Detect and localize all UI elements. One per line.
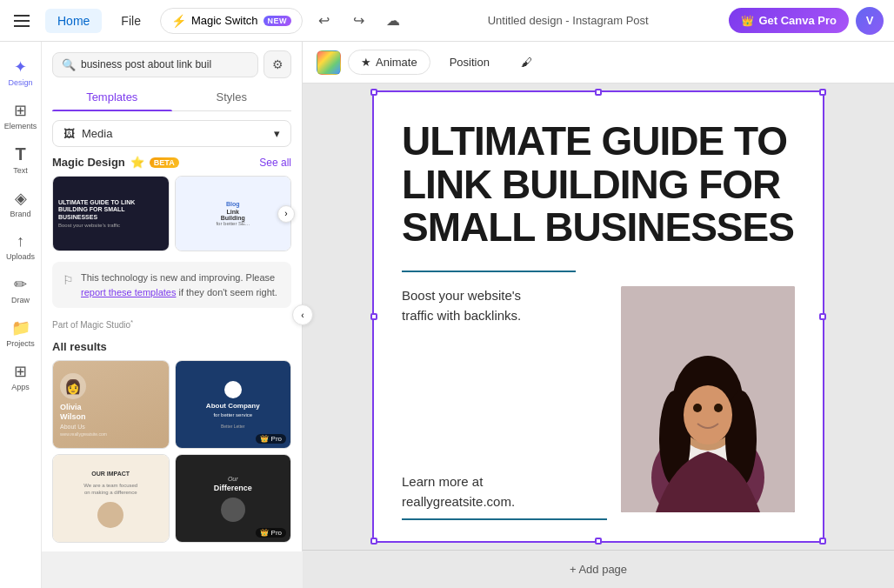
collapse-panel-button[interactable]: ‹ — [292, 304, 313, 325]
magic-card-2[interactable]: Blog LinkBuilding for better SE... — [175, 176, 292, 251]
magic-switch-label: Magic Switch — [191, 14, 258, 27]
position-label: Position — [450, 56, 490, 69]
notice-text-after: if they don't seem right. — [176, 287, 277, 297]
panel-tabs: Templates Styles — [52, 84, 291, 111]
paint-icon: 🖌 — [521, 56, 532, 69]
sidebar-item-draw[interactable]: ✏ Draw — [3, 270, 38, 310]
panel-body: 🖼 Media ▾ Magic Design ⭐ BETA See all — [42, 111, 302, 551]
all-results-title: All results — [52, 340, 291, 353]
template-4-text: Our Difference — [214, 476, 252, 522]
sidebar-item-apps[interactable]: ⊞ Apps — [3, 357, 38, 397]
magic-switch-button[interactable]: ⚡ Magic Switch NEW — [160, 8, 303, 34]
selection-handle-bottom-left[interactable] — [370, 538, 377, 545]
sidebar-item-text[interactable]: T Text — [3, 139, 38, 180]
template-4-our: Our — [214, 476, 252, 482]
crown-icon: 👑 — [741, 15, 754, 27]
sidebar-item-elements[interactable]: ⊞ Elements — [3, 96, 38, 136]
magic-design-title: Magic Design ⭐ BETA — [52, 156, 179, 169]
redo-button[interactable]: ↪ — [344, 7, 372, 35]
svg-point-9 — [693, 404, 702, 412]
canvas-toolbar: ★ Animate Position 🖌 — [303, 42, 894, 84]
report-templates-link[interactable]: report these templates — [81, 287, 176, 297]
sidebar-label-elements: Elements — [4, 122, 37, 130]
chevron-down-icon: ▾ — [274, 127, 280, 140]
carousel-next-arrow[interactable]: › — [277, 205, 295, 223]
selection-handle-bottom-right[interactable] — [819, 538, 826, 545]
pro-badge-2: 👑 Pro — [256, 434, 286, 444]
sidebar-label-draw: Draw — [11, 296, 30, 304]
design-subtitle[interactable]: Boost your website'straffic with backlin… — [402, 286, 607, 325]
text-icon: T — [15, 144, 25, 164]
selection-handle-mid-left[interactable] — [370, 313, 377, 320]
undo-button[interactable]: ↩ — [310, 7, 337, 35]
magic-studio-note: Part of Magic Studio* — [52, 318, 291, 330]
template-card-3[interactable]: OUR IMPACT We are a team focusedon makin… — [52, 454, 170, 543]
panel-wrapper: 🔍 ⚙ Templates Styles 🖼 Media — [42, 42, 303, 588]
template-2-title: About Companyfor better service — [206, 402, 260, 420]
template-3-sub: We are a team focusedon making a differe… — [83, 482, 137, 497]
paint-button[interactable]: 🖌 — [509, 50, 544, 74]
new-badge: NEW — [264, 16, 292, 26]
template-1-avatar-img: 👩 — [64, 378, 82, 395]
star-emoji: ⭐ — [130, 156, 144, 169]
magic-switch-emoji: ⚡ — [171, 14, 186, 28]
selection-handle-mid-right[interactable] — [819, 313, 826, 320]
flag-icon: ⚐ — [63, 271, 74, 299]
magic-card-1[interactable]: ULTIMATE GUIDE TO LINK BUILDING FOR SMAL… — [52, 176, 170, 251]
color-palette-button[interactable] — [317, 50, 341, 75]
template-2-sub: Better Letter — [206, 424, 260, 429]
user-avatar[interactable]: V — [856, 7, 884, 35]
design-card[interactable]: ULTIMATE GUIDE TO LINK BUILDING FOR SMAL… — [372, 90, 824, 543]
sidebar-item-uploads[interactable]: ↑ Uploads — [3, 227, 38, 266]
design-main-title[interactable]: ULTIMATE GUIDE TO LINK BUILDING FOR SMAL… — [402, 120, 795, 250]
see-all-link[interactable]: See all — [259, 157, 291, 169]
get-canva-pro-button[interactable]: 👑 Get Canva Pro — [729, 8, 849, 33]
animate-button[interactable]: ★ Animate — [348, 50, 430, 75]
magic-studio-sup: * — [130, 318, 133, 326]
sidebar-icons: ✦ Design ⊞ Elements T Text ◈ Brand ↑ Upl… — [0, 42, 42, 588]
sidebar-label-projects: Projects — [6, 339, 35, 348]
filter-button[interactable]: ⚙ — [264, 50, 291, 78]
canvas-content: 🔒 ⧉ ⤢ ↻ — [372, 84, 824, 550]
template-card-4[interactable]: Our Difference 👑 Pro — [175, 454, 292, 543]
template-card-2[interactable]: About Companyfor better service Better L… — [175, 360, 292, 449]
media-label: Media — [82, 127, 112, 140]
animate-label: Animate — [376, 56, 417, 69]
template-3-title: OUR IMPACT — [83, 470, 137, 478]
template-1-content: 👩 OliviaWilson About Us www.reallygreats… — [53, 366, 169, 444]
hamburger-menu-button[interactable] — [10, 7, 38, 35]
nav-tab-home[interactable]: Home — [45, 9, 102, 33]
search-box[interactable]: 🔍 — [52, 52, 258, 77]
design-icon: ✦ — [14, 57, 27, 77]
template-grid: 👩 OliviaWilson About Us www.reallygreats… — [52, 360, 291, 543]
position-button[interactable]: Position — [437, 50, 502, 74]
sidebar-item-projects[interactable]: 📁 Projects — [3, 313, 38, 353]
design-lower-section: Boost your website'straffic with backlin… — [402, 286, 795, 520]
design-bottom-text[interactable]: Learn more atreallygreatsite.com. — [402, 472, 607, 520]
nav-tab-file[interactable]: File — [109, 9, 153, 33]
brand-icon: ◈ — [15, 189, 27, 208]
svg-point-10 — [714, 404, 723, 412]
template-3-photo — [97, 502, 123, 528]
cloud-save-button[interactable]: ☁ — [379, 7, 407, 35]
tab-templates[interactable]: Templates — [52, 84, 172, 110]
template-2-content: About Companyfor better service Better L… — [206, 381, 260, 429]
template-3-text: OUR IMPACT We are a team focusedon makin… — [83, 470, 137, 528]
animate-star-icon: ★ — [361, 56, 371, 69]
magic-design-header: Magic Design ⭐ BETA See all — [52, 156, 291, 169]
selection-handle-top-right[interactable] — [819, 89, 826, 96]
sidebar-label-design: Design — [8, 78, 32, 87]
add-page-button[interactable]: + Add page — [570, 563, 627, 576]
sidebar-item-design[interactable]: ✦ Design — [3, 52, 38, 92]
selection-handle-top-mid[interactable] — [595, 89, 602, 96]
beta-badge: BETA — [150, 157, 179, 168]
sidebar-item-brand[interactable]: ◈ Brand — [3, 184, 38, 224]
media-dropdown[interactable]: 🖼 Media ▾ — [52, 120, 291, 147]
selection-handle-top-left[interactable] — [370, 89, 377, 96]
selection-handle-bottom-mid[interactable] — [595, 538, 602, 545]
media-dropdown-left: 🖼 Media — [63, 127, 112, 140]
search-input[interactable] — [81, 58, 249, 70]
tab-styles[interactable]: Styles — [172, 84, 292, 110]
template-card-1[interactable]: 👩 OliviaWilson About Us www.reallygreats… — [52, 360, 170, 449]
template-1-name: OliviaWilson — [60, 403, 162, 422]
